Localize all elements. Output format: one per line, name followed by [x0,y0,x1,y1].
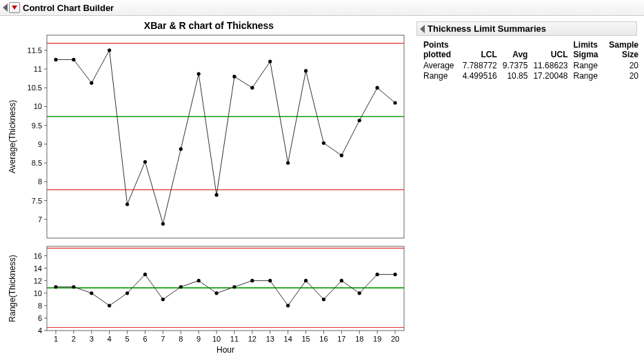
svg-point-83 [393,273,396,276]
svg-text:8: 8 [38,302,42,310]
svg-point-29 [125,202,129,206]
svg-point-37 [268,60,272,63]
svg-text:12: 12 [34,277,42,285]
summary-table: Points plotted LCL Avg UCL Limits Sigma … [423,40,644,81]
svg-text:18: 18 [355,335,363,343]
svg-point-36 [250,86,254,90]
svg-text:14: 14 [34,264,42,273]
svg-text:10.5: 10.5 [28,84,42,92]
svg-point-34 [214,193,218,197]
svg-point-40 [322,141,325,145]
svg-point-74 [232,285,236,288]
svg-text:Range(Thickness): Range(Thickness) [8,255,17,322]
svg-point-31 [161,222,165,226]
svg-point-70 [161,297,165,301]
disclosure-triangle-icon[interactable] [3,3,8,12]
svg-point-71 [179,285,183,288]
svg-point-66 [90,291,93,295]
svg-text:2: 2 [72,335,76,343]
panel-title: Control Chart Builder [23,3,114,13]
col-sigma: Limits Sigma [574,40,607,61]
svg-point-81 [358,291,361,295]
svg-point-64 [54,285,57,288]
svg-text:8: 8 [179,335,183,343]
svg-point-43 [376,86,379,90]
svg-point-73 [214,291,218,295]
svg-text:15: 15 [301,335,310,343]
svg-point-69 [143,273,147,276]
svg-text:10: 10 [34,102,42,110]
svg-point-44 [393,101,396,104]
svg-text:9: 9 [38,140,42,148]
svg-point-78 [304,279,308,282]
svg-text:7: 7 [161,335,165,343]
svg-point-75 [250,279,254,282]
svg-text:13: 13 [266,335,274,343]
svg-text:6: 6 [38,314,42,322]
svg-point-30 [143,160,147,164]
svg-text:17: 17 [337,335,345,343]
svg-text:16: 16 [34,252,42,260]
svg-text:16: 16 [319,335,328,343]
svg-rect-46 [47,246,404,331]
svg-point-33 [197,72,201,75]
col-n: Sample Size [607,40,644,61]
col-ucl: UCL [533,40,573,61]
chart-title: XBar & R chart of Thickness [4,20,414,31]
col-points: Points plotted [423,40,463,61]
panel-header: Control Chart Builder [0,0,644,16]
svg-point-67 [108,304,111,307]
svg-text:20: 20 [391,335,399,343]
svg-text:9.5: 9.5 [32,121,42,130]
svg-point-76 [268,279,272,282]
svg-text:3: 3 [90,335,94,343]
svg-point-32 [179,147,183,150]
table-row: Range4.49951610.8517.20048Range20 [423,71,644,81]
svg-text:14: 14 [284,335,292,343]
svg-text:11.5: 11.5 [28,46,42,55]
svg-point-42 [358,119,361,122]
svg-point-41 [340,154,343,157]
svg-point-39 [304,69,308,72]
svg-point-25 [54,58,57,61]
svg-text:9: 9 [197,335,201,343]
svg-point-35 [232,75,236,78]
svg-point-26 [72,58,75,61]
col-avg: Avg [503,40,534,61]
svg-text:11: 11 [230,335,239,343]
svg-marker-0 [12,6,17,10]
svg-text:7: 7 [38,215,42,224]
svg-text:4: 4 [108,335,112,343]
svg-text:1: 1 [54,335,58,343]
svg-text:8.5: 8.5 [32,159,42,167]
svg-point-80 [340,279,343,282]
svg-text:6: 6 [143,335,147,343]
chart-area: XBar & R chart of Thickness 77.588.599.5… [0,16,414,362]
col-lcl: LCL [463,40,503,61]
svg-text:12: 12 [248,335,256,343]
svg-point-27 [90,81,93,85]
svg-text:4: 4 [38,326,42,335]
svg-point-68 [125,291,129,295]
svg-text:Hour: Hour [217,345,234,355]
svg-text:5: 5 [125,335,129,343]
svg-text:8: 8 [38,177,42,186]
svg-point-38 [286,161,290,165]
panel-menu-button[interactable] [9,2,20,13]
svg-text:10: 10 [212,335,221,343]
svg-point-77 [286,304,290,307]
svg-point-82 [376,273,379,276]
svg-point-72 [197,279,201,282]
summary-title: Thickness Limit Summaries [427,23,546,34]
disclosure-triangle-icon[interactable] [420,25,425,33]
table-row: Average7.7887729.737511.68623Range20 [423,61,644,71]
svg-text:Average(Thickness): Average(Thickness) [8,100,17,174]
svg-point-28 [108,48,111,52]
summary-header[interactable]: Thickness Limit Summaries [416,21,637,36]
control-chart[interactable]: 77.588.599.51010.51111.5Average(Thicknes… [4,32,414,362]
svg-text:10: 10 [34,289,42,297]
svg-text:11: 11 [34,65,42,73]
svg-point-79 [322,297,325,301]
svg-text:7.5: 7.5 [32,197,42,205]
svg-point-65 [72,285,75,288]
